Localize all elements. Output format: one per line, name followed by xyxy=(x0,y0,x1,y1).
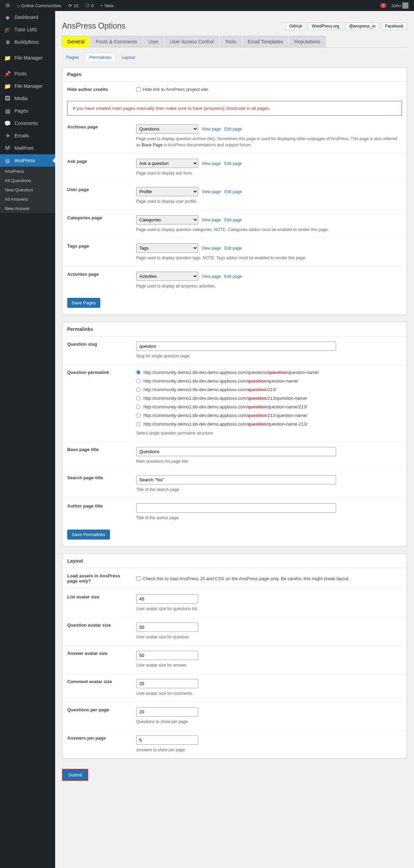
menu-icon: ◈ xyxy=(4,14,11,21)
permalink-radio-6[interactable] xyxy=(136,422,141,426)
hide-author-checkbox[interactable] xyxy=(136,87,141,92)
page-title: AnsPress Options xyxy=(62,21,285,31)
base-page-title-input[interactable] xyxy=(136,447,336,456)
questions-per-page-input[interactable] xyxy=(136,707,198,717)
search-page-title-desc: Title of the search page xyxy=(136,487,402,493)
question-avatar-input[interactable] xyxy=(136,623,198,632)
permalink-radio-2[interactable] xyxy=(136,387,141,392)
header-link-github[interactable]: GitHub xyxy=(285,22,306,30)
activities-page-select[interactable]: Activities xyxy=(136,272,198,281)
answers-per-page-input[interactable] xyxy=(136,735,198,745)
question-permalink-label: Question permalink xyxy=(67,370,136,436)
submit-button[interactable]: Submit xyxy=(63,770,87,780)
sidebar-item-posts[interactable]: 📌Posts xyxy=(0,67,55,80)
menu-icon: ◎ xyxy=(4,157,11,164)
question-slug-input[interactable] xyxy=(136,342,336,351)
comments-count[interactable]: 🗨 0 xyxy=(83,3,95,8)
menu-icon: 📁 xyxy=(4,54,11,61)
archives-view-page[interactable]: View page xyxy=(202,127,221,132)
permalink-radio-5[interactable] xyxy=(136,413,141,418)
sidebar-item-mailpoet[interactable]: MMailPoet xyxy=(0,142,55,154)
menu-label: Tutor LMS xyxy=(14,27,37,32)
save-permalinks-button[interactable]: Save Permalinks xyxy=(67,530,110,540)
subtab-permalinks[interactable]: Permalinks xyxy=(85,53,116,62)
header-link-facebook[interactable]: Facebook xyxy=(381,22,407,30)
sidebar-item-anspress[interactable]: ◎AnsPress xyxy=(0,154,55,167)
questions-per-page-desc: Questions to show per page. xyxy=(136,719,402,725)
menu-label: Comments xyxy=(14,121,38,126)
tab-posts---comments[interactable]: Posts & Comments xyxy=(91,36,142,48)
permalink-radio-1[interactable] xyxy=(136,379,141,383)
tab-email-templates[interactable]: Email Templates xyxy=(243,36,288,48)
submenu-all-questions[interactable]: All Questions xyxy=(0,176,55,185)
tab-tools[interactable]: Tools xyxy=(220,36,242,48)
shortcode-notice: If you have created main pages manually … xyxy=(67,101,402,116)
sidebar-item-file-manager[interactable]: 📁File Manager xyxy=(0,80,55,92)
tags-view-page[interactable]: View page xyxy=(202,246,221,251)
categories-edit-page[interactable]: Edit page xyxy=(224,218,242,222)
permalink-desc: Select single question permalink structu… xyxy=(136,430,402,436)
tab-reputations[interactable]: Reputations xyxy=(289,36,325,48)
categories-view-page[interactable]: View page xyxy=(202,218,221,222)
wp-logo[interactable]: ⓦ xyxy=(3,2,12,9)
list-avatar-input[interactable] xyxy=(136,594,198,604)
my-account[interactable]: John xyxy=(389,2,411,9)
sidebar-item-pages[interactable]: ▤Pages xyxy=(0,105,55,117)
submenu-new-answer[interactable]: New Answer xyxy=(0,204,55,213)
activities-edit-page[interactable]: Edit page xyxy=(224,274,242,279)
header-link-anspressio[interactable]: @anspress_io xyxy=(345,22,379,30)
sidebar-item-dashboard[interactable]: ◈Dashboard xyxy=(0,11,55,23)
save-pages-button[interactable]: Save Pages xyxy=(67,298,100,308)
new-content[interactable]: + New xyxy=(99,3,116,8)
author-page-title-input[interactable] xyxy=(136,503,336,513)
sidebar-item-file-manager[interactable]: 📁File Manager xyxy=(0,52,55,64)
submenu-all-answers[interactable]: All Answers xyxy=(0,195,55,204)
sidebar-item-buddyboss[interactable]: ⊕BuddyBoss xyxy=(0,36,55,48)
updates[interactable]: ⟳ 10 xyxy=(66,3,80,8)
ask-edit-page[interactable]: Edit page xyxy=(224,161,242,166)
answer-avatar-input[interactable] xyxy=(136,651,198,660)
permalink-radio-3[interactable] xyxy=(136,396,141,400)
permalink-radio-4[interactable] xyxy=(136,405,141,409)
user-edit-page[interactable]: Edit page xyxy=(224,189,242,194)
load-assets-checkbox[interactable] xyxy=(136,576,141,581)
menu-label: Emails xyxy=(14,133,29,138)
submenu-new-question[interactable]: New Question xyxy=(0,185,55,195)
tab-general[interactable]: General xyxy=(62,36,90,48)
subtab-layout[interactable]: Layout xyxy=(118,53,139,62)
permalink-radio-0[interactable] xyxy=(136,370,141,375)
user-page-desc: Page used to display user profile. xyxy=(136,198,402,205)
permalinks-section-title: Permalinks xyxy=(62,322,407,336)
permalink-label-2: http://community-demo1.bb-dev.demo.appbo… xyxy=(143,387,276,392)
tab-user[interactable]: User xyxy=(143,36,164,48)
menu-label: Dashboard xyxy=(14,14,38,20)
subtab-pages[interactable]: Pages xyxy=(62,53,83,62)
archives-edit-page[interactable]: Edit page xyxy=(224,127,242,132)
user-page-select[interactable]: Profile xyxy=(136,187,198,196)
search-page-title-input[interactable] xyxy=(136,475,336,484)
header-link-wordpressorg[interactable]: WordPress.org xyxy=(308,22,343,30)
tags-page-select[interactable]: Tags xyxy=(136,243,198,253)
list-avatar-label: List avatar size xyxy=(67,594,136,612)
menu-icon: ▤ xyxy=(4,107,11,114)
sidebar-item-comments[interactable]: 💬Comments xyxy=(0,117,55,129)
search-page-title-label: Search page title xyxy=(67,475,136,493)
submenu-anspress[interactable]: AnsPress xyxy=(0,167,55,176)
ask-page-desc: Page used to display ask form. xyxy=(136,170,402,176)
menu-label: BuddyBoss xyxy=(14,39,39,45)
archives-page-select[interactable]: Questions xyxy=(136,124,198,134)
load-assets-label: Load assets in AnsPress page only? xyxy=(67,573,136,584)
categories-page-select[interactable]: Categories xyxy=(136,215,198,224)
sidebar-item-emails[interactable]: ✈Emails xyxy=(0,129,55,142)
tags-edit-page[interactable]: Edit page xyxy=(224,246,242,251)
sidebar-item-media[interactable]: 🖼Media xyxy=(0,92,55,105)
site-name[interactable]: ⌂ Online Communities xyxy=(15,3,63,8)
answer-avatar-label: Answer avatar size xyxy=(67,651,136,668)
tab-user-access-control[interactable]: User Access Control xyxy=(165,36,219,48)
ask-view-page[interactable]: View page xyxy=(202,161,221,166)
ask-page-select[interactable]: Ask a question xyxy=(136,159,198,168)
sidebar-item-tutor-lms[interactable]: 🎓Tutor LMS xyxy=(0,23,55,36)
comment-avatar-input[interactable] xyxy=(136,679,198,688)
activities-view-page[interactable]: View page xyxy=(202,274,221,279)
user-view-page[interactable]: View page xyxy=(202,189,221,194)
